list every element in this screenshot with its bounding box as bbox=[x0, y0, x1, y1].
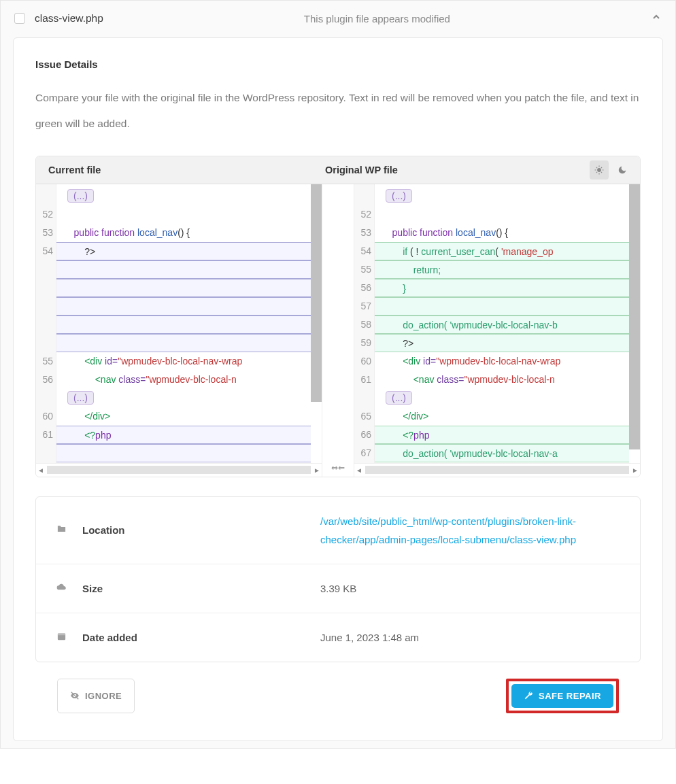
meta-date-value: June 1, 2023 1:48 am bbox=[320, 628, 620, 647]
svg-line-5 bbox=[601, 167, 602, 168]
meta-size-value: 3.39 KB bbox=[320, 579, 620, 598]
calendar-icon bbox=[56, 631, 75, 644]
vertical-scrollbar[interactable] bbox=[629, 184, 640, 463]
safe-repair-button[interactable]: SAFE REPAIR bbox=[511, 684, 613, 708]
issue-details-card: Issue Details Compare your file with the… bbox=[13, 37, 663, 741]
line-gutter: 52 53 54 55 56 60 61 62 bbox=[36, 184, 56, 463]
meta-size-label: Size bbox=[75, 583, 320, 594]
select-file-checkbox[interactable] bbox=[14, 13, 25, 24]
issue-description: Compare your file with the original file… bbox=[35, 85, 641, 137]
wrench-icon bbox=[524, 691, 533, 700]
svg-line-8 bbox=[596, 167, 597, 168]
diff-right-title: Original WP file bbox=[313, 156, 590, 184]
light-theme-button[interactable] bbox=[590, 160, 609, 180]
fold-marker[interactable]: (...) bbox=[386, 391, 412, 405]
horizontal-scrollbar[interactable]: ◄► bbox=[354, 463, 640, 477]
code-right[interactable]: (...) public function local_nav() { if (… bbox=[375, 184, 629, 463]
file-name: class-view.php bbox=[35, 12, 103, 24]
vertical-scrollbar[interactable] bbox=[311, 184, 322, 463]
fold-marker[interactable]: (...) bbox=[67, 189, 94, 203]
dark-theme-button[interactable] bbox=[613, 160, 632, 180]
diff-left-title: Current file bbox=[36, 156, 313, 184]
diff-viewer: Current file Original WP file 52 53 54 bbox=[35, 156, 641, 477]
code-left[interactable]: (...) public function local_nav() { ?> <… bbox=[56, 184, 311, 463]
eye-off-icon bbox=[70, 691, 80, 700]
file-status-text: This plugin file appears modified bbox=[113, 13, 641, 24]
fold-marker[interactable]: (...) bbox=[67, 391, 94, 405]
diff-right-pane: 52 53 54 55 56 57 58 59 60 61 65 bbox=[354, 184, 640, 477]
fold-marker[interactable]: (...) bbox=[386, 189, 412, 203]
meta-location-label: Location bbox=[75, 524, 320, 536]
file-meta-table: Location /var/web/site/public_html/wp-co… bbox=[35, 496, 641, 662]
folder-icon bbox=[56, 524, 75, 536]
svg-line-6 bbox=[596, 172, 597, 173]
cloud-icon bbox=[56, 582, 75, 595]
chevron-up-icon[interactable] bbox=[651, 12, 662, 25]
accordion-header[interactable]: class-view.php This plugin file appears … bbox=[1, 1, 675, 37]
svg-rect-10 bbox=[58, 633, 65, 635]
diff-left-pane: 52 53 54 55 56 60 61 62 bbox=[36, 184, 322, 477]
issue-details-heading: Issue Details bbox=[35, 58, 641, 70]
ignore-button[interactable]: IGNORE bbox=[57, 679, 135, 713]
line-gutter: 52 53 54 55 56 57 58 59 60 61 65 bbox=[354, 184, 375, 463]
svg-line-7 bbox=[601, 172, 602, 173]
svg-point-0 bbox=[597, 168, 601, 172]
meta-location-value[interactable]: /var/web/site/public_html/wp-content/plu… bbox=[320, 512, 620, 549]
horizontal-scrollbar[interactable]: ◄► bbox=[36, 463, 322, 477]
meta-date-label: Date added bbox=[75, 632, 320, 643]
sync-scroll-icon[interactable]: ⇔⇐ bbox=[322, 463, 354, 477]
diff-connector: ⇔⇐ bbox=[322, 184, 354, 477]
